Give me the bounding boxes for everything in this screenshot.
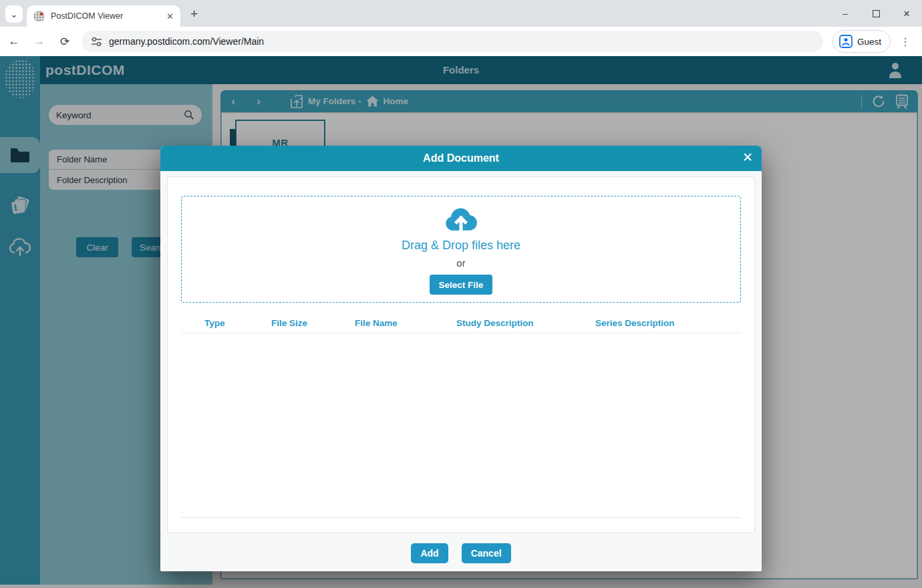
file-table-body [181,333,741,518]
file-table-header: Type File Size File Name Study Descripti… [181,313,741,333]
add-document-dialog: Add Document ✕ Drag & Drop files here or… [160,146,762,571]
new-tab-button[interactable]: + [190,7,198,21]
guest-avatar-icon [839,35,853,48]
browser-toolbar: ← → ⟳ germany.postdicom.com/Viewer/Main … [0,27,922,56]
upload-panel: Drag & Drop files here or Select File Ty… [167,176,755,533]
browser-tab-strip: ⌄ PostDICOM Viewer ✕ + – ✕ [0,0,922,27]
postdicom-favicon-icon [33,11,45,22]
tab-search-button[interactable]: ⌄ [5,5,23,23]
column-study-description: Study Description [456,318,595,328]
profile-button[interactable]: Guest [832,30,891,53]
reload-button[interactable]: ⟳ [53,30,76,53]
site-settings-icon [91,37,102,47]
dialog-footer: Add Cancel [160,535,762,571]
column-file-name: File Name [355,318,456,328]
column-type: Type [204,318,271,328]
dialog-header: Add Document ✕ [160,146,762,171]
tab-title: PostDICOM Viewer [51,11,160,21]
browser-tab[interactable]: PostDICOM Viewer ✕ [27,5,180,27]
window-close-button[interactable]: ✕ [891,0,922,27]
select-file-button[interactable]: Select File [430,275,492,295]
or-text: or [456,257,465,269]
dialog-close-icon[interactable]: ✕ [742,150,753,165]
browser-menu-button[interactable]: ⋮ [897,35,913,48]
column-series-description: Series Description [595,318,741,328]
dropzone[interactable]: Drag & Drop files here or Select File [181,196,741,303]
add-button[interactable]: Add [411,543,448,563]
address-bar[interactable]: germany.postdicom.com/Viewer/Main [82,31,823,52]
column-file-size: File Size [271,318,355,328]
dialog-body: Drag & Drop files here or Select File Ty… [160,171,762,535]
tab-close-icon[interactable]: ✕ [166,11,174,21]
chevron-down-icon: ⌄ [11,9,18,19]
dialog-title: Add Document [423,152,499,164]
forward-button[interactable]: → [28,30,51,53]
window-controls: – ✕ [830,0,922,27]
cloud-upload-icon [444,204,478,232]
back-button[interactable]: ← [3,30,25,53]
drag-drop-text: Drag & Drop files here [402,239,520,253]
cancel-button[interactable]: Cancel [462,543,511,563]
window-minimize-button[interactable]: – [830,0,861,27]
window-maximize-button[interactable] [861,0,891,27]
url-text: germany.postdicom.com/Viewer/Main [109,36,264,47]
postdicom-app: postDICOM Folders [0,56,922,588]
profile-label: Guest [857,37,881,47]
maximize-icon [873,10,880,17]
